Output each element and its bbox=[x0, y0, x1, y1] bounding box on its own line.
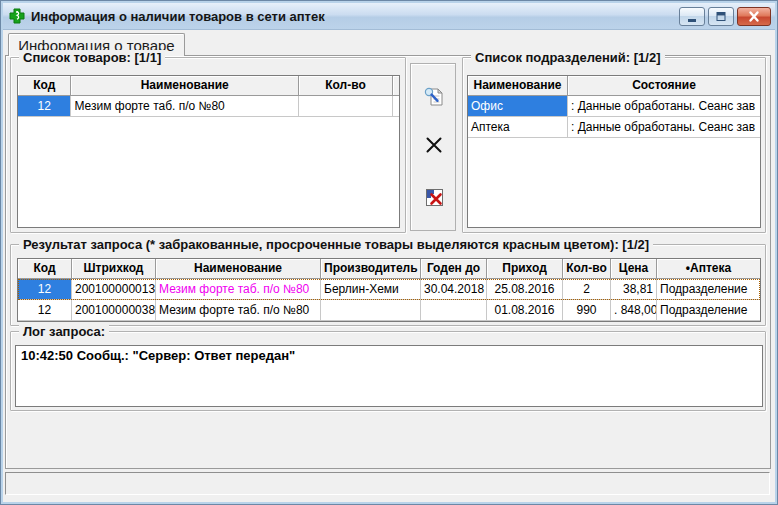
result-expiry bbox=[421, 300, 487, 321]
excel-export-button[interactable] bbox=[421, 184, 447, 210]
log-line: 10:42:50 Сообщ.: "Сервер: Ответ передан" bbox=[21, 348, 295, 363]
minimize-icon bbox=[685, 10, 699, 23]
result-pharmacy: Подразделение bbox=[657, 279, 760, 300]
titlebar[interactable]: Информация о наличии товаров в сети апте… bbox=[3, 3, 775, 30]
departments-grid[interactable]: Наименование Состояние Офис : Данные обр… bbox=[467, 75, 761, 228]
result-code: 12 bbox=[18, 300, 72, 321]
maximize-icon bbox=[714, 10, 728, 23]
departments-header-row: Наименование Состояние bbox=[468, 76, 760, 96]
column-header-arrival[interactable]: Приход bbox=[487, 259, 563, 279]
column-header-barcode[interactable]: Штрихкод bbox=[72, 259, 156, 279]
result-name: Мезим форте таб. п/о №80 bbox=[156, 279, 321, 300]
products-grid[interactable]: Код Наименование Кол-во 12 Мезим форте т… bbox=[17, 75, 400, 228]
result-name: Мезим форте таб. п/о №80 bbox=[156, 300, 321, 321]
close-icon bbox=[747, 10, 761, 23]
department-state: : Данные обработаны. Сеанс зав bbox=[568, 117, 760, 138]
preview-button[interactable] bbox=[421, 84, 447, 110]
result-qty: 2 bbox=[563, 279, 611, 300]
products-group: Список товаров: [1/1] Код Наименование К… bbox=[10, 57, 406, 233]
toolbar-strip bbox=[410, 63, 456, 231]
result-pharmacy: Подразделение bbox=[657, 300, 760, 321]
log-group: Лог запроса: 10:42:50 Сообщ.: "Сервер: О… bbox=[10, 331, 766, 411]
results-header-row: Код Штрихкод Наименование Производитель … bbox=[18, 259, 760, 279]
log-group-title: Лог запроса: bbox=[19, 324, 109, 339]
department-row-pharmacy[interactable]: Аптека : Данные обработаны. Сеанс зав bbox=[468, 117, 760, 138]
log-textbox[interactable]: 10:42:50 Сообщ.: "Сервер: Ответ передан" bbox=[15, 345, 763, 407]
product-name: Мезим форте таб. п/о №80 bbox=[71, 96, 299, 117]
result-row[interactable]: 12 200100000038 Мезим форте таб. п/о №80… bbox=[18, 300, 760, 321]
result-manufacturer bbox=[321, 300, 421, 321]
result-barcode: 200100000038 bbox=[72, 300, 156, 321]
department-name: Офис bbox=[468, 96, 568, 117]
column-header-qty[interactable]: Кол-во bbox=[563, 259, 611, 279]
client-area: Информация о товаре Список товаров: [1/1… bbox=[3, 30, 775, 502]
result-price: . 848,00 bbox=[611, 300, 657, 321]
department-state: : Данные обработаны. Сеанс зав bbox=[568, 96, 760, 117]
delete-button[interactable] bbox=[421, 132, 447, 158]
result-price: 38,81 bbox=[611, 279, 657, 300]
column-header-price[interactable]: Цена bbox=[611, 259, 657, 279]
column-header-expiry[interactable]: Годен до bbox=[421, 259, 487, 279]
column-header-code[interactable]: Код bbox=[18, 259, 72, 279]
result-qty: 990 bbox=[563, 300, 611, 321]
result-code: 12 bbox=[18, 279, 72, 300]
column-header-code[interactable]: Код bbox=[18, 76, 71, 96]
departments-group: Список подразделений: [1/2] Наименование… bbox=[462, 57, 766, 233]
departments-group-title: Список подразделений: [1/2] bbox=[471, 50, 665, 65]
results-group: Результат запроса (* забракованные, прос… bbox=[10, 244, 766, 326]
close-button[interactable] bbox=[737, 7, 771, 26]
excel-export-icon bbox=[424, 187, 445, 208]
app-icon bbox=[9, 8, 25, 24]
column-header-pharmacy[interactable]: •Аптека bbox=[657, 259, 760, 279]
department-row-office[interactable]: Офис : Данные обработаны. Сеанс зав bbox=[468, 96, 760, 117]
product-qty bbox=[299, 96, 393, 117]
result-manufacturer: Берлин-Хеми bbox=[321, 279, 421, 300]
products-group-title: Список товаров: [1/1] bbox=[19, 50, 165, 65]
column-header-dept-state[interactable]: Состояние bbox=[568, 76, 760, 96]
results-group-title: Результат запроса (* забракованные, прос… bbox=[19, 237, 653, 252]
results-grid[interactable]: Код Штрихкод Наименование Производитель … bbox=[17, 258, 761, 322]
maximize-button[interactable] bbox=[708, 7, 734, 26]
minimize-button[interactable] bbox=[679, 7, 705, 26]
column-header-name[interactable]: Наименование bbox=[156, 259, 321, 279]
result-row[interactable]: 12 200100000013 Мезим форте таб. п/о №80… bbox=[18, 279, 760, 300]
status-bar bbox=[5, 472, 770, 495]
document-magnifier-icon bbox=[423, 86, 445, 108]
column-header-manufacturer[interactable]: Производитель bbox=[321, 259, 421, 279]
delete-x-icon bbox=[424, 135, 444, 155]
product-row[interactable]: 12 Мезим форте таб. п/о №80 bbox=[18, 96, 399, 117]
result-arrival: 01.08.2016 bbox=[487, 300, 563, 321]
app-window: Информация о наличии товаров в сети апте… bbox=[0, 0, 778, 505]
result-barcode: 200100000013 bbox=[72, 279, 156, 300]
product-code: 12 bbox=[18, 96, 71, 117]
result-arrival: 25.08.2016 bbox=[487, 279, 563, 300]
products-header-row: Код Наименование Кол-во bbox=[18, 76, 399, 96]
result-expiry: 30.04.2018 bbox=[421, 279, 487, 300]
column-header-qty[interactable]: Кол-во bbox=[299, 76, 393, 96]
column-header-filler bbox=[393, 76, 399, 96]
column-header-dept-name[interactable]: Наименование bbox=[468, 76, 568, 96]
column-header-name[interactable]: Наименование bbox=[71, 76, 299, 96]
department-name: Аптека bbox=[468, 117, 568, 138]
window-title: Информация о наличии товаров в сети апте… bbox=[31, 9, 325, 24]
